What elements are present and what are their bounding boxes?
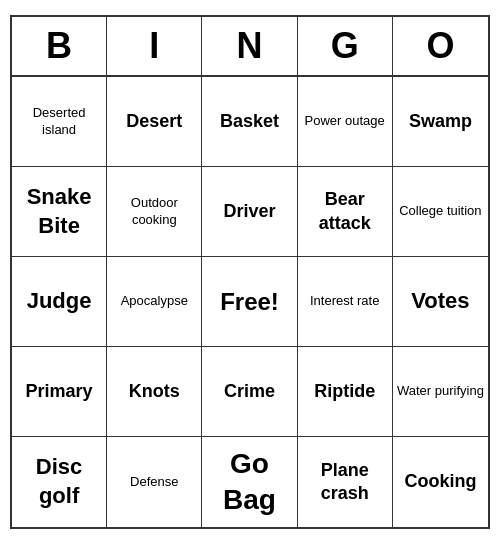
bingo-cell[interactable]: Apocalypse xyxy=(107,257,202,347)
cell-text: Driver xyxy=(223,200,275,223)
bingo-cell[interactable]: College tuition xyxy=(393,167,488,257)
cell-text: Apocalypse xyxy=(121,293,188,310)
bingo-card: BINGO Deserted islandDesertBasketPower o… xyxy=(10,15,490,529)
bingo-cell[interactable]: Cooking xyxy=(393,437,488,527)
bingo-header: BINGO xyxy=(12,17,488,77)
cell-text: College tuition xyxy=(399,203,481,220)
cell-text: Deserted island xyxy=(16,105,102,139)
cell-text: Knots xyxy=(129,380,180,403)
header-letter: I xyxy=(107,17,202,75)
bingo-cell[interactable]: Primary xyxy=(12,347,107,437)
bingo-cell[interactable]: Crime xyxy=(202,347,297,437)
cell-text: Swamp xyxy=(409,110,472,133)
bingo-cell[interactable]: Desert xyxy=(107,77,202,167)
bingo-cell[interactable]: Snake Bite xyxy=(12,167,107,257)
bingo-cell[interactable]: Go Bag xyxy=(202,437,297,527)
bingo-cell[interactable]: Votes xyxy=(393,257,488,347)
cell-text: Bear attack xyxy=(302,188,388,235)
header-letter: O xyxy=(393,17,488,75)
bingo-cell[interactable]: Judge xyxy=(12,257,107,347)
bingo-cell[interactable]: Swamp xyxy=(393,77,488,167)
bingo-cell[interactable]: Outdoor cooking xyxy=(107,167,202,257)
cell-text: Primary xyxy=(26,380,93,403)
bingo-cell[interactable]: Knots xyxy=(107,347,202,437)
cell-text: Go Bag xyxy=(206,446,292,519)
header-letter: G xyxy=(298,17,393,75)
cell-text: Crime xyxy=(224,380,275,403)
cell-text: Free! xyxy=(220,286,279,317)
cell-text: Basket xyxy=(220,110,279,133)
bingo-cell[interactable]: Driver xyxy=(202,167,297,257)
bingo-cell[interactable]: Defense xyxy=(107,437,202,527)
bingo-grid: Deserted islandDesertBasketPower outageS… xyxy=(12,77,488,527)
cell-text: Desert xyxy=(126,110,182,133)
cell-text: Interest rate xyxy=(310,293,379,310)
cell-text: Power outage xyxy=(305,113,385,130)
cell-text: Disc golf xyxy=(16,453,102,510)
bingo-cell[interactable]: Basket xyxy=(202,77,297,167)
header-letter: B xyxy=(12,17,107,75)
cell-text: Riptide xyxy=(314,380,375,403)
cell-text: Plane crash xyxy=(302,459,388,506)
bingo-cell[interactable]: Riptide xyxy=(298,347,393,437)
bingo-cell[interactable]: Interest rate xyxy=(298,257,393,347)
cell-text: Outdoor cooking xyxy=(111,195,197,229)
cell-text: Judge xyxy=(27,287,92,316)
cell-text: Snake Bite xyxy=(16,183,102,240)
header-letter: N xyxy=(202,17,297,75)
cell-text: Votes xyxy=(411,287,469,316)
cell-text: Water purifying xyxy=(397,383,484,400)
bingo-cell[interactable]: Plane crash xyxy=(298,437,393,527)
bingo-cell[interactable]: Deserted island xyxy=(12,77,107,167)
bingo-cell[interactable]: Free! xyxy=(202,257,297,347)
cell-text: Cooking xyxy=(404,470,476,493)
bingo-cell[interactable]: Water purifying xyxy=(393,347,488,437)
cell-text: Defense xyxy=(130,474,178,491)
bingo-cell[interactable]: Bear attack xyxy=(298,167,393,257)
bingo-cell[interactable]: Disc golf xyxy=(12,437,107,527)
bingo-cell[interactable]: Power outage xyxy=(298,77,393,167)
